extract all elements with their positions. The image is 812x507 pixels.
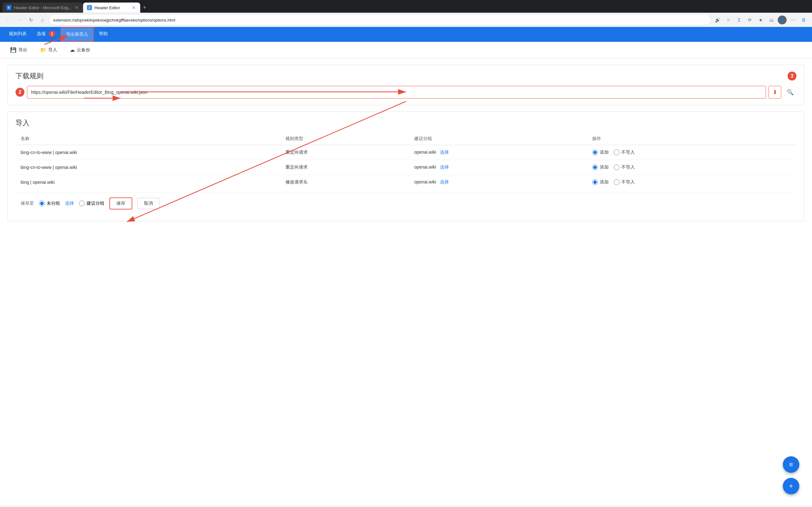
bing-icon[interactable]: B [799, 15, 808, 24]
no-import-radio-label-2[interactable]: 不导入 [614, 179, 635, 185]
home-button[interactable]: ⌂ [38, 15, 47, 24]
address-input[interactable] [49, 15, 711, 25]
step1-badge: 1 [49, 31, 55, 37]
tab-close-1[interactable]: ✕ [74, 5, 79, 10]
forward-button[interactable]: → [15, 15, 24, 24]
table-row: bing | openai.wiki 修改请求头 openai.wiki 选择 … [15, 175, 797, 190]
ungroup-radio[interactable] [39, 201, 45, 206]
download-button[interactable]: ⬇ [768, 86, 781, 99]
col-type: 规则类型 [281, 133, 409, 145]
fab-add-button[interactable]: + [783, 478, 799, 494]
tab-label-2: Header Editor [95, 5, 120, 10]
cell-group-0: openai.wiki 选择 [409, 145, 587, 160]
cell-name-0: bing-cn-to-www | openai.wiki [15, 145, 281, 160]
sub-nav: 💾 导出 📁 导入 ☁ 云备份 [0, 42, 812, 58]
group-value-2: openai.wiki [414, 179, 436, 184]
cell-group-1: openai.wiki 选择 [409, 160, 587, 175]
group-value-0: openai.wiki [414, 150, 436, 155]
url-row: 2 ⬇ 🔍 [15, 86, 797, 99]
tab-close-2[interactable]: ✕ [131, 5, 136, 10]
no-import-radio-2[interactable] [614, 179, 619, 185]
cancel-button[interactable]: 取消 [137, 198, 159, 209]
back-button[interactable]: ← [4, 15, 13, 24]
col-name: 名称 [15, 133, 281, 145]
col-action: 操作 [587, 133, 797, 145]
download-title: 下载规则 [15, 71, 44, 81]
search-button[interactable]: 🔍 [784, 86, 797, 99]
import-title: 导入 [15, 118, 797, 128]
cell-group-2: openai.wiki 选择 [409, 175, 587, 190]
no-import-radio-0[interactable] [614, 150, 619, 155]
tab-inactive[interactable]: E Header Editor - Microsoft Edg... ✕ [3, 3, 83, 13]
sub-nav-import[interactable]: 📁 导入 [38, 46, 60, 54]
app: 规则列表 选项 1 导出和导入 帮助 💾 导出 📁 导入 [0, 27, 812, 505]
no-import-radio-1[interactable] [614, 164, 619, 170]
tab-favicon-2: Z [87, 5, 92, 10]
add-radio-label-1[interactable]: 添加 [592, 164, 609, 170]
add-radio-0[interactable] [592, 150, 598, 155]
refresh-icon[interactable]: ⟳ [745, 15, 754, 24]
select-link-2[interactable]: 选择 [440, 179, 449, 184]
table-header-row: 名称 规则类型 建议分组 操作 [15, 133, 797, 145]
nav-item-options[interactable]: 选项 1 [32, 27, 60, 42]
star-icon[interactable]: ★ [756, 15, 765, 24]
read-aloud-icon[interactable]: 🔊 [713, 15, 722, 24]
tab-favicon-1: E [6, 5, 11, 10]
nav-item-rules[interactable]: 规则列表 [4, 27, 32, 42]
tab-bar: E Header Editor - Microsoft Edg... ✕ Z H… [0, 0, 812, 13]
nav-item-help[interactable]: 帮助 [94, 27, 113, 42]
fab-list-button[interactable]: ≡ [783, 456, 799, 473]
suggest-group-radio[interactable] [79, 201, 85, 206]
select-link-0[interactable]: 选择 [440, 150, 449, 155]
group-value-1: openai.wiki [414, 164, 436, 170]
no-import-radio-label-1[interactable]: 不导入 [614, 164, 635, 170]
save-to-label: 保存至 [20, 201, 34, 206]
ungroup-label: 未分组 [47, 201, 60, 206]
add-label-1: 添加 [600, 164, 609, 170]
suggest-group-label: 建议分组 [87, 201, 104, 206]
no-import-label-2: 不导入 [621, 179, 635, 185]
sub-nav-cloud[interactable]: ☁ 云备份 [67, 46, 93, 54]
sub-nav-import-label: 导入 [48, 47, 57, 53]
page-wrapper: E Header Editor - Microsoft Edg... ✕ Z H… [0, 0, 812, 505]
content-area: 下载规则 3 2 ⬇ 🔍 导入 [0, 58, 812, 234]
suggest-group-radio-label[interactable]: 建议分组 [79, 201, 104, 206]
cell-name-2: bing | openai.wiki [15, 175, 281, 190]
add-radio-2[interactable] [592, 179, 598, 185]
nav-item-export-import[interactable]: 导出和导入 [60, 27, 94, 42]
cell-type-2: 修改请求头 [281, 175, 409, 190]
table-row: bing-cn-to-www | openai.wiki 重定向请求 opena… [15, 160, 797, 175]
toolbar-icons: 🔊 ☆ Z ⟳ ★ 🗂 👤 ⋯ B [713, 15, 808, 24]
no-import-radio-label-0[interactable]: 不导入 [614, 150, 635, 155]
select-link-1[interactable]: 选择 [440, 164, 449, 170]
add-radio-label-2[interactable]: 添加 [592, 179, 609, 185]
arrow-overlay-download [8, 65, 804, 105]
fab-container: ≡ + [783, 456, 799, 494]
import-card: 导入 名称 规则类型 建议分组 操作 bing-cn-to-www | open… [8, 112, 804, 221]
more-icon[interactable]: ⋯ [789, 15, 798, 24]
extension-icon-blue[interactable]: Z [734, 15, 744, 24]
step3-badge: 3 [788, 72, 797, 80]
cell-type-0: 重定向请求 [281, 145, 409, 160]
add-radio-1[interactable] [592, 164, 598, 170]
cloud-icon: ☁ [70, 47, 75, 53]
reload-button[interactable]: ↻ [27, 15, 36, 24]
add-label-2: 添加 [600, 179, 609, 185]
footer-select-link[interactable]: 选择 [65, 201, 74, 206]
tab-active[interactable]: Z Header Editor ✕ [83, 3, 140, 13]
add-label-0: 添加 [600, 150, 609, 155]
export-icon: 💾 [10, 47, 16, 53]
new-tab-button[interactable]: + [140, 3, 149, 12]
download-card: 下载规则 3 2 ⬇ 🔍 [8, 65, 804, 105]
sub-nav-export[interactable]: 💾 导出 [8, 46, 30, 54]
footer-row: 保存至 未分组 选择 建议分组 保存 取消 [15, 192, 797, 215]
favorites-icon[interactable]: ☆ [724, 15, 733, 24]
save-button[interactable]: 保存 [109, 198, 132, 210]
url-input[interactable] [27, 86, 766, 99]
col-group: 建议分组 [409, 133, 587, 145]
add-radio-label-0[interactable]: 添加 [592, 150, 609, 155]
collections-icon[interactable]: 🗂 [767, 15, 776, 24]
ungroup-radio-label[interactable]: 未分组 [39, 201, 60, 206]
user-avatar[interactable]: 👤 [778, 15, 786, 24]
import-table: 名称 规则类型 建议分组 操作 bing-cn-to-www | openai.… [15, 133, 797, 189]
